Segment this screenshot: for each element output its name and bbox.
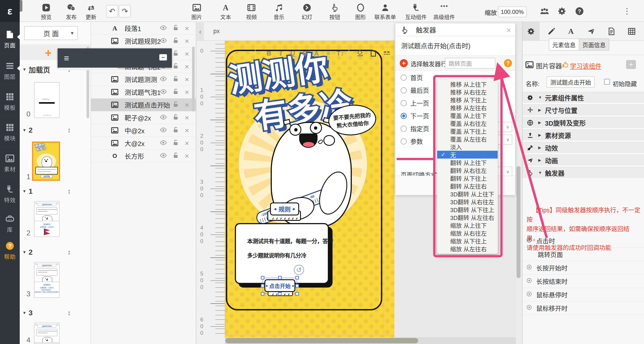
section-3D旋转及变形[interactable]: ▶3D旋转及变形 <box>522 117 644 129</box>
more-menu-button[interactable]: ⋮ <box>621 5 633 17</box>
redo-button[interactable]: ↷ <box>119 5 131 17</box>
drag-handle-icon[interactable]: ↕ <box>68 309 71 317</box>
sidebar-item-effects[interactable]: 特效 <box>0 180 20 209</box>
add-behavior-icon[interactable]: + <box>400 59 408 67</box>
delete-layer-icon[interactable]: × <box>185 62 189 71</box>
sidebar-item-modules[interactable]: 模块 <box>0 118 20 147</box>
lock-icon[interactable] <box>172 37 179 44</box>
transition-option-覆盖 从右往左[interactable]: 覆盖 从右往左 <box>437 119 498 127</box>
transition-option-翻转 从下往上[interactable]: 翻转 从下往上 <box>437 174 498 182</box>
tool-contact-form[interactable]: 联系表单 <box>374 2 396 20</box>
tab-page-info[interactable]: 页面信息 <box>579 39 609 50</box>
transition-option-缩放 从右往左[interactable]: 缩放 从右往左 <box>437 229 498 237</box>
settings-button[interactable] <box>556 5 568 17</box>
transition-option-推移 从左往右[interactable]: 推移 从左往右 <box>437 104 498 111</box>
delete-layer-icon[interactable]: × <box>185 88 189 96</box>
page-thumbnail-1[interactable]: 测测你 有多冷·点击开始· <box>32 142 60 181</box>
transition-option-3D翻转 从右往左[interactable]: 3D翻转 从右往左 <box>437 198 498 206</box>
panel-tab-text[interactable]: A <box>565 25 577 37</box>
selection-handle[interactable] <box>278 292 282 296</box>
lock-icon[interactable] <box>172 75 179 82</box>
start-button-element[interactable]: ◆ 点击开始 ◆ <box>264 279 295 292</box>
sidebar-item-assets[interactable]: 素材 <box>0 149 20 178</box>
event-row-长按结束时[interactable]: 长按结束时 <box>522 275 644 288</box>
event-row-点击时[interactable]: 点击时 <box>522 234 644 248</box>
delete-layer-icon[interactable]: × <box>185 49 189 58</box>
layer-row-测试题规则2[interactable]: 测试题规则2× <box>91 35 196 47</box>
lock-icon[interactable] <box>172 50 179 57</box>
drag-handle-icon[interactable]: ↕ <box>68 126 71 134</box>
transition-option-淡入[interactable]: 淡入 <box>437 143 498 151</box>
caret-down-icon[interactable]: ▼ <box>22 67 26 72</box>
drag-handle-icon[interactable]: ↕ <box>68 248 71 256</box>
section-触发器[interactable]: ▼触发器 <box>522 167 644 179</box>
learn-component-link[interactable]: 学习该组件 <box>570 61 602 70</box>
collapse-panel-button[interactable]: ‹ <box>197 22 204 40</box>
transition-option-覆盖 从左往右[interactable]: 覆盖 从左往右 <box>437 135 498 143</box>
lock-icon[interactable] <box>172 24 179 31</box>
transition-option-3D翻转 从左往右[interactable]: 3D翻转 从左往右 <box>437 213 498 221</box>
format-i-button[interactable]: I <box>276 48 286 59</box>
lock-icon[interactable] <box>172 62 179 70</box>
transition-option-无[interactable]: ✓无 <box>437 151 498 159</box>
eye-icon[interactable] <box>160 152 167 159</box>
rotate-handle[interactable]: ↺ <box>294 265 304 275</box>
element-name-input[interactable]: 测试题点击开始 <box>546 76 595 88</box>
delete-layer-icon[interactable]: × <box>185 101 189 109</box>
panel-tab-settings[interactable] <box>525 25 537 37</box>
event-row-长按开始时[interactable]: 长按开始时 <box>522 261 644 275</box>
tool-shape[interactable]: 图形 <box>349 2 372 20</box>
transition-option-3D翻转 从上往下[interactable]: 3D翻转 从上往下 <box>437 190 498 198</box>
radio-指定页[interactable] <box>401 126 407 132</box>
format-dashes-button[interactable] <box>382 48 392 59</box>
publish-button[interactable]: 发布 <box>60 2 82 20</box>
eye-icon[interactable] <box>160 24 167 31</box>
preview-button[interactable]: 预览 <box>35 2 57 20</box>
section-元素组件属性[interactable]: ▼元素组件属性 <box>522 92 644 103</box>
delete-layer-icon[interactable]: × <box>185 37 189 45</box>
transition-option-翻转 从上往下[interactable]: 翻转 从上往下 <box>437 159 498 166</box>
tool-interactive[interactable]: 互动组件 <box>405 2 427 20</box>
sidebar-item-templates[interactable]: 模板 <box>0 87 20 116</box>
lock-icon[interactable] <box>172 101 179 108</box>
update-button[interactable]: 更新 <box>80 2 102 20</box>
behavior-help-icon[interactable]: ? <box>504 59 512 67</box>
initial-hidden-checkbox[interactable] <box>604 79 610 85</box>
eye-icon[interactable] <box>160 88 167 95</box>
caret-down-icon[interactable]: ▼ <box>22 189 26 194</box>
transition-option-推移 从右往左[interactable]: 推移 从右往左 <box>437 88 498 96</box>
help-button[interactable]: ? <box>573 5 586 17</box>
collapse-button[interactable]: − <box>159 54 167 60</box>
selection-handle[interactable] <box>261 292 264 296</box>
tool-text[interactable]: A文本 <box>214 2 237 20</box>
transition-option-缩放 从左往右[interactable]: 缩放 从左往右 <box>437 245 498 253</box>
tool-video[interactable]: 视频 <box>240 2 262 20</box>
event-row-跳转页面[interactable]: 跳转页面 <box>522 248 644 261</box>
lock-icon[interactable] <box>172 152 179 159</box>
tool-slideshow[interactable]: 幻灯 <box>296 2 318 20</box>
tab-element-info[interactable]: 元素信息 <box>549 39 579 50</box>
tool-music[interactable]: 音乐 <box>268 2 290 20</box>
format-square-button[interactable] <box>368 48 379 59</box>
page-thumbnail-0[interactable]: loading ...公测·清风2048 <box>34 82 60 118</box>
page-thumbnail-2[interactable]: · QUESTION ·[答案解析]正确答案：A,尼泊尔 <box>34 201 60 237</box>
lock-icon[interactable] <box>172 126 179 133</box>
caret-down-icon[interactable]: ▼ <box>22 311 26 315</box>
layers-scrollbar[interactable] <box>192 46 195 111</box>
panel-tab-style[interactable] <box>545 25 558 37</box>
tool-advanced[interactable]: 高级组件 <box>433 2 455 20</box>
drag-handle-icon[interactable]: ↕ <box>68 187 71 195</box>
canvas-vscrollbar-thumb[interactable] <box>516 166 520 278</box>
zoom-input[interactable]: 100.00% <box>498 6 526 17</box>
sidebar-item-library[interactable]: 库 <box>0 209 20 238</box>
lock-icon[interactable] <box>172 114 179 121</box>
transition-option-3D翻转 从下往上[interactable]: 3D翻转 从下往上 <box>437 206 498 213</box>
delete-layer-icon[interactable]: × <box>185 113 189 122</box>
format-≡-button[interactable]: ≡ <box>323 48 334 59</box>
delete-layer-icon[interactable]: × <box>185 139 189 148</box>
panel-tab-page-info[interactable] <box>605 25 618 37</box>
canvas-hscrollbar-thumb[interactable] <box>226 338 418 343</box>
eye-icon[interactable] <box>160 101 167 108</box>
transition-option-推移 从上往下[interactable]: 推移 从上往下 <box>437 80 498 88</box>
section-尺寸与位置[interactable]: ▶尺寸与位置 <box>522 104 644 116</box>
